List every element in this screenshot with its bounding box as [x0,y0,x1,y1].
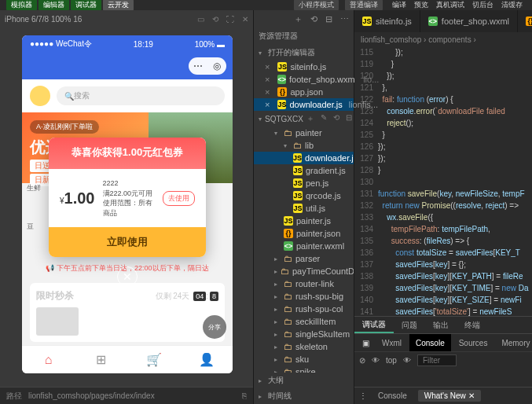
console-body[interactable] [354,369,532,387]
tree-singleSkuItem[interactable]: ▸🗀singleSkuItem [254,328,354,340]
new-file-icon[interactable]: ＋ [294,13,303,25]
tree-downloader.js[interactable]: JSdownloader.js [254,152,354,164]
tree-qrcode.js[interactable]: JSqrcode.js [254,189,354,202]
dt2-sources[interactable]: Sources [453,334,494,351]
refresh-tree-icon[interactable]: ⟲ [310,14,317,24]
collapse-icon[interactable]: ⊟ [325,14,332,24]
cloud-btn[interactable]: 云开发 [103,0,134,11]
device-select[interactable]: iPhone 6/7/8 100% 16 [5,15,82,24]
filter-input[interactable] [417,354,457,366]
dt-tab-debugger[interactable]: 调试器 [354,317,394,333]
refresh2-icon[interactable]: ⟲ [333,113,339,124]
new-folder-icon[interactable]: ✎ [321,113,327,124]
open-file-footer_shop.wxml[interactable]: ×<>footer_shop.wxmllio... [254,73,354,86]
drawer-whatsnew[interactable]: What's New ✕ [418,390,481,402]
expand-icon[interactable]: ⛶ [226,15,234,24]
tree-rush-spu-col[interactable]: ▸🗀rush-spu-col [254,303,354,315]
seckill-product-img[interactable] [36,307,79,336]
outline-section[interactable]: ▸大纲 [254,373,354,388]
editor-tabs: JSsiteinfo.js<>footer_shop.wxml{}app... [354,10,532,32]
tree-util.js[interactable]: JSutil.js [254,202,354,215]
chevron-icon: ▾ [284,142,290,149]
tree-spike[interactable]: ▸🗀spike [254,365,354,373]
tab-home[interactable]: ⌂ [22,346,75,373]
editor-tab-siteinfo.js[interactable]: JSsiteinfo.js [354,10,420,32]
dt2-console[interactable]: Console [409,334,451,351]
close-app-icon[interactable]: ◎ [207,61,226,72]
dt-tab-problems[interactable]: 问题 [394,317,425,333]
collapse2-icon[interactable]: ⊟ [346,113,352,124]
more-icon[interactable]: ⋯ [340,14,349,24]
debugger-btn[interactable]: 调试器 [71,0,101,11]
timeline-section[interactable]: ▸时间线 [254,388,354,404]
tree-painter.wxml[interactable]: <>painter.wxml [254,240,354,252]
tree-gradient.js[interactable]: JSgradient.js [254,164,354,177]
avatar[interactable] [30,86,50,106]
folder-icon: 🗀 [284,342,292,351]
tree-skeleton[interactable]: ▸🗀skeleton [254,340,354,353]
goto-use-btn[interactable]: 去使用 [163,191,195,206]
tree-painter.js[interactable]: JSpainter.js [254,215,354,227]
project-root[interactable]: ▾SQTGXCX ＋✎⟲⊟ [254,111,354,127]
tree-router-link[interactable]: ▸🗀router-link [254,277,354,290]
tree-payTimeCountDo...[interactable]: ▸🗀payTimeCountDo... [254,265,354,277]
tree-parser[interactable]: ▸🗀parser [254,252,354,265]
editor-btn[interactable]: 编辑器 [39,0,69,11]
context-select[interactable]: top [386,356,397,365]
dt-tab-terminal[interactable]: 终端 [457,317,488,333]
tab-me[interactable]: 👤 [180,346,233,373]
remote-debug-btn[interactable]: 真机调试 [433,0,468,10]
open-editors-section[interactable]: ▾打开的编辑器 [254,45,354,61]
file-tree[interactable]: ▾🗀painter▾🗀libJSdownloader.jsJSgradient.… [254,127,354,373]
dt-tab-output[interactable]: 输出 [425,317,457,333]
close-file-icon[interactable]: × [265,100,273,109]
tree-seckillItem[interactable]: ▸🗀seckillItem [254,315,354,328]
clear-cache-btn[interactable]: 清缓存 [498,0,526,10]
dt2-wxml[interactable]: Wxml [376,334,408,351]
copy-icon[interactable]: ⎘ [242,391,247,400]
close-file-icon[interactable]: × [265,87,273,97]
path-value[interactable]: lionfish_comshop/pages/index/index [28,391,155,400]
tab-category[interactable]: ⊞ [75,346,127,373]
background-btn[interactable]: 切后台 [469,0,497,10]
eye-icon[interactable]: 👁 [372,356,380,365]
close-file-icon[interactable]: × [265,75,273,84]
compile-btn[interactable]: 编译 [389,0,409,10]
close-sim-icon[interactable]: ✕ [242,15,248,24]
mode-select[interactable]: 小程序模式 [294,0,339,11]
layout-icon[interactable]: ▭ [197,15,204,24]
tree-painter[interactable]: ▾🗀painter [254,127,354,139]
breadcrumb[interactable]: lionfish_comshop › components › [354,32,532,46]
drawer-menu-icon[interactable]: ⋮ [359,391,367,400]
dt2-memory[interactable]: Memory [495,334,532,351]
refresh-icon[interactable]: ⟲ [212,15,218,24]
use-now-btn[interactable]: 立即使用 [49,227,206,257]
preview-btn[interactable]: 预览 [411,0,431,10]
open-file-siteinfo.js[interactable]: ×JSsiteinfo.js [254,61,354,73]
tree-rush-spu-big[interactable]: ▸🗀rush-spu-big [254,290,354,303]
simulator-btn[interactable]: 模拟器 [6,0,37,11]
open-file-downloader.js[interactable]: ×JSdownloader.jslionfis... [254,98,354,111]
tree-lib[interactable]: ▾🗀lib [254,139,354,152]
tab-cart[interactable]: 🛒 [127,346,180,373]
share-btn[interactable]: 分享 [203,315,226,339]
eye2-icon[interactable]: 👁 [403,356,411,365]
code-editor[interactable]: 1151191201211221231241251261271281301311… [354,46,532,316]
seckill-countdown: 仅剩 24天 04:8 [156,291,219,302]
search-input[interactable]: 🔍 搜索 [57,86,225,105]
editor-tab-app...[interactable]: {}app... [518,10,532,32]
new-file2-icon[interactable]: ＋ [306,113,314,124]
menu-icon[interactable]: ⋯ [189,61,207,72]
wx-capsule[interactable]: ⋯◎ [189,57,226,75]
seckill-card[interactable]: 限时秒杀 仅剩 24天 04:8 [30,283,225,342]
inspect-icon[interactable]: ▣ [358,339,374,347]
close-file-icon[interactable]: × [265,62,273,72]
tree-painter.json[interactable]: {}painter.json [254,227,354,240]
compile-select[interactable]: 普通编译 [345,0,383,11]
tree-sku[interactable]: ▸🗀sku [254,353,354,365]
open-file-app.json[interactable]: ×{}app.json [254,86,354,98]
clear-console-icon[interactable]: ⊘ [359,356,365,365]
editor-tab-footer_shop.wxml[interactable]: <>footer_shop.wxml [420,10,518,32]
tree-pen.js[interactable]: JSpen.js [254,177,354,189]
drawer-console[interactable]: Console [372,390,413,402]
